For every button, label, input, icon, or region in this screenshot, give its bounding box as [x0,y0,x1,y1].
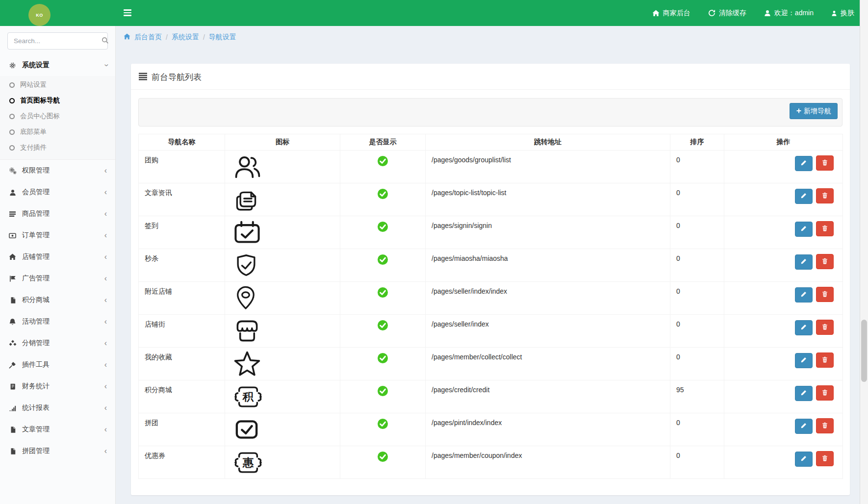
member-icon [8,189,17,196]
sidebar-subitem[interactable]: 底部菜单 [0,124,115,140]
nav-name-cell: 优惠券 [139,446,225,479]
pencil-icon [800,324,807,332]
refresh-icon [708,9,715,17]
chevron-left-icon [104,275,107,282]
scrollbar-thumb[interactable] [861,320,867,382]
sidebar-item[interactable]: 财务统计 [0,376,115,397]
nav-sort-cell: 0 [670,413,724,446]
nav-url-cell: /pages/member/collect/collect [426,348,670,380]
edit-button[interactable] [795,320,813,335]
nav-url-cell: /pages/goods/grouplist/list [426,151,670,183]
nav-name-cell: 秒杀 [139,249,225,282]
sidebar-item[interactable]: 文章管理 [0,419,115,440]
delete-button[interactable] [816,254,834,269]
circle-icon [9,129,15,135]
edit-button[interactable] [795,419,813,434]
search-input[interactable] [13,37,102,45]
page-scrollbar[interactable] [860,0,868,504]
gears-icon [8,167,17,175]
sidebar-item[interactable]: 积分商城 [0,289,115,311]
delete-button[interactable] [816,287,834,302]
sidebar-item[interactable]: 店铺管理 [0,246,115,268]
edit-button[interactable] [795,353,813,368]
pencil-icon [800,258,807,266]
plug-icon [8,361,17,369]
brand-logo: KO [28,4,51,26]
delete-button[interactable] [816,221,834,236]
sidebar-item[interactable]: 系统设置 [0,54,115,76]
edit-button[interactable] [795,452,813,467]
sidebar-subitem[interactable]: 会员中心图标 [0,108,115,124]
sidebar-item[interactable]: 商品管理 [0,203,115,225]
sidebar-item[interactable]: 广告管理 [0,268,115,289]
sidebar-item[interactable]: 拼团管理 [0,440,115,462]
edit-button[interactable] [795,189,813,204]
nav-sort-cell: 0 [670,249,724,282]
pencil-icon [800,159,807,168]
sidebar-subitem[interactable]: 支付插件 [0,140,115,155]
breadcrumb-link-system[interactable]: 系统设置 [172,33,199,42]
delete-button[interactable] [816,451,834,466]
edit-button[interactable] [795,386,813,401]
edit-button[interactable] [795,156,813,171]
navbar-item-3[interactable]: 欢迎：admin [764,9,814,18]
delete-button[interactable] [816,155,834,171]
delete-button[interactable] [816,418,834,433]
sidebar-item[interactable]: 权限管理 [0,160,115,181]
navbar-right-menu: 商家后台 清除缓存 欢迎：admin 换肤 [652,0,854,26]
nav-sort-cell: 0 [670,151,724,183]
nav-sort-cell: 0 [670,216,724,249]
sidebar-toggle-icon[interactable] [124,9,131,16]
trash-icon [821,159,828,168]
search-icon[interactable] [102,37,109,46]
chevron-left-icon [104,210,107,218]
edit-button[interactable] [795,254,813,270]
navbar-item-1[interactable]: 商家后台 [652,9,690,18]
pencil-icon [800,389,807,398]
breadcrumb-link-home[interactable]: 后台首页 [134,33,162,42]
sidebar: 系统设置 网站设置 首页图标导航 会员中心图标 底部菜单 支付插件 权限管理 会… [0,26,116,504]
delete-button[interactable] [816,320,834,335]
pencil-icon [800,225,807,233]
table-row: 秒杀 /pages/miaosha/miaosha 0 [139,249,843,282]
trash-icon [821,192,828,201]
nav-url-cell: /pages/seller/index/index [426,282,670,315]
add-nav-button[interactable]: 新增导航 [790,103,838,119]
nav-url-cell: /pages/topic-list/topic-list [426,183,670,216]
sidebar-subitem[interactable]: 网站设置 [0,77,115,93]
edit-button[interactable] [795,287,813,302]
sidebar-item[interactable]: 分销管理 [0,332,115,354]
trash-icon [821,356,828,365]
edit-button[interactable] [795,222,813,237]
sidebar-subitem[interactable]: 首页图标导航 [0,93,115,108]
pencil-icon [800,422,807,430]
nav-sort-cell: 0 [670,183,724,216]
delete-button[interactable] [816,353,834,368]
visible-check-icon [378,287,388,298]
sidebar-item[interactable]: 插件工具 [0,354,115,376]
sidebar-search [7,32,108,50]
shield-check-icon [233,253,340,277]
sidebar-item[interactable]: 活动管理 [0,311,115,332]
delete-button[interactable] [816,385,834,401]
breadcrumb-current: 导航设置 [209,33,236,42]
chevron-left-icon [104,296,107,304]
navbar-item-4[interactable]: 换肤 [831,9,854,18]
location-pin-icon [233,285,340,311]
group-people-icon [233,155,340,179]
plus-icon [796,107,802,115]
navbar-item-2[interactable]: 清除缓存 [708,9,746,18]
col-header-url: 跳转地址 [426,134,670,151]
visible-check-icon [378,320,388,330]
circle-icon [9,145,15,151]
sidebar-item[interactable]: 订单管理 [0,225,115,246]
trash-icon [821,290,828,299]
table-row: 附近店铺 /pages/seller/index/index 0 [139,282,843,315]
nav-sort-cell: 0 [670,315,724,348]
nav-url-cell: /pages/pint/index/index [426,413,670,446]
col-header-ops: 操作 [724,134,843,151]
delete-button[interactable] [816,188,834,203]
toolbar-well: 新增导航 [138,98,842,126]
sidebar-item[interactable]: 统计报表 [0,397,115,419]
sidebar-item[interactable]: 会员管理 [0,181,115,203]
